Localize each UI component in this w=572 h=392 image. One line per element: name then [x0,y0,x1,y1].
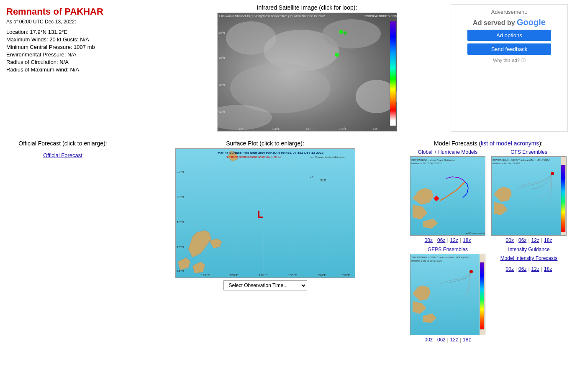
why-ad: Why this ad? ⓘ [493,57,526,64]
global-06z-link[interactable]: 06z [437,237,445,243]
svg-text:18°N: 18°N [218,56,225,59]
svg-text:29W PAKHAR - GEPS Tracks and M: 29W PAKHAR - GEPS Tracks and Min. MSLP (… [411,256,469,259]
intensity-time-links: 00z | 06z | 12z | 18z [506,265,552,272]
ad-served: Ad served by Google [473,18,546,27]
global-model-image[interactable]: 29W PAKHAR - Model Track Guidance Initia… [410,156,485,236]
gfs-00z-link[interactable]: 00z [506,237,514,243]
svg-text:126°E: 126°E [229,273,239,277]
as-of: As of 06:00 UTC Dec 13, 2022: [6,19,161,25]
global-00z-link[interactable]: 00z [425,237,433,243]
svg-point-10 [335,53,339,57]
env-pressure: Environmental Pressure: N/A [6,51,161,58]
intensity-06z-link[interactable]: 06z [518,266,526,272]
gfs-model-title: GFS Ensembles [510,149,547,155]
svg-text:20°N: 20°N [177,195,184,199]
svg-text:124°E: 124°E [201,273,210,277]
svg-text:128°E: 128°E [272,127,280,130]
svg-text:"L" marks storm location as of: "L" marks storm location as of 06Z Dec 1… [226,155,281,158]
gfs-model-links: 00z | 06z | 12z | 18z [506,237,552,243]
svg-point-8 [339,30,343,34]
geps-00z-link[interactable]: 00z [425,337,433,343]
svg-text:16°N: 16°N [218,84,225,87]
surface-panel: Surface Plot (click to enlarge): [126,140,405,343]
gfs-18z-link[interactable]: 18z [544,237,552,243]
svg-text:14°N: 14°N [177,269,184,273]
geps-06z-link[interactable]: 06z [437,337,445,343]
gfs-12z-link[interactable]: 12z [531,237,539,243]
geps-title: GEPS Ensembles [428,247,468,252]
svg-text:128°E: 128°E [259,273,268,277]
location: Location: 17.9°N 131.2°E [6,29,161,35]
official-forecast-link[interactable]: Official Forecast [43,152,82,158]
intensity-col: Intensity Guidance Model Intensity Forec… [490,247,568,343]
models-title: Model Forecasts (list of model acronyms)… [409,140,568,147]
satellite-image[interactable]: Himawari-8 Channel 13 (IR) Brightness Te… [217,13,397,132]
surface-image[interactable]: L 26 31P 22°N 20°N 18°N 16°N 14°N 124°E … [175,148,355,278]
observation-time-select[interactable]: Select Observation Time... [223,280,307,290]
acronyms-link[interactable]: list of model acronyms [481,140,539,147]
global-model-title: Global + Hurricane Models [418,149,477,155]
forecast-panel: Official Forecast (click to enlarge): Of… [4,140,121,343]
geps-image[interactable]: 29W PAKHAR - GEPS Tracks and Min. MSLP (… [410,254,485,335]
svg-text:Levi Cowan - tropicaltidbits.c: Levi Cowan - tropicaltidbits.com [310,156,345,158]
svg-point-74 [469,270,473,273]
info-panel: Remnants of PAKHAR As of 06:00 UTC Dec 1… [4,4,163,132]
svg-text:126°E: 126°E [239,127,246,130]
svg-text:14°N: 14°N [218,111,225,114]
svg-text:26: 26 [310,175,313,179]
svg-rect-23 [176,149,355,278]
geps-12z-link[interactable]: 12z [450,337,458,343]
global-12z-link[interactable]: 12z [450,237,458,243]
intensity-00z-link[interactable]: 00z [506,266,514,272]
ad-panel: Advertisement: Ad served by Google Ad op… [451,4,568,132]
svg-point-66 [551,172,554,175]
svg-point-9 [344,31,347,35]
satellite-panel: Infrared Satellite Image (click for loop… [167,4,446,132]
model-row-top: Global + Hurricane Models [409,149,568,243]
global-model-col: Global + Hurricane Models [409,149,487,243]
gfs-06z-link[interactable]: 06z [518,237,526,243]
svg-text:20°N: 20°N [218,31,225,34]
svg-text:L: L [257,209,264,220]
gfs-model-image[interactable]: 29W PAKHAR - GEFS Tracks and Min. MSLP (… [491,156,567,236]
svg-text:Marine Surface Plot Near 29W P: Marine Surface Plot Near 29W PAKHAR 05:4… [218,151,323,155]
page-title: Remnants of PAKHAR [6,6,161,17]
svg-text:Initialized at 06z Dec 13 2022: Initialized at 06z Dec 13 2022 [492,162,520,165]
model-row-bottom: GEPS Ensembles [409,247,568,343]
geps-18z-link[interactable]: 18z [463,337,471,343]
svg-text:TROPICALTIDBITS.COM: TROPICALTIDBITS.COM [364,15,397,18]
svg-text:22°N: 22°N [177,170,184,174]
svg-text:132°E: 132°E [339,127,347,130]
max-winds: Maximum Winds: 20 kt Gusts: N/A [6,36,161,43]
svg-text:31P: 31P [320,178,326,182]
intensity-model-forecasts-link[interactable]: Model Intensity Forecasts [500,255,558,261]
models-panel: Model Forecasts (list of model acronyms)… [409,140,568,343]
svg-text:29W PAKHAR - Model Track Guida: 29W PAKHAR - Model Track Guidance [411,159,455,161]
intensity-12z-link[interactable]: 12z [531,266,539,272]
ad-options-button[interactable]: Ad options [467,30,551,41]
svg-text:136°E: 136°E [341,273,350,277]
geps-links: 00z | 06z | 12z | 18z [425,337,471,343]
svg-rect-67 [561,165,565,232]
forecast-title: Official Forecast (click to enlarge): [18,140,107,147]
intensity-18z-link[interactable]: 18z [544,266,552,272]
send-feedback-button[interactable]: Send feedback [467,43,551,55]
intensity-model-link-row: Model Intensity Forecasts [500,255,558,261]
svg-text:134°E: 134°E [372,127,380,130]
svg-text:16°N: 16°N [177,245,184,249]
svg-text:130°E: 130°E [305,127,313,130]
svg-text:Initialized at 06z 06 Dec 13 2: Initialized at 06z 06 Dec 13 2022 [411,260,442,262]
satellite-title[interactable]: Infrared Satellite Image (click for loop… [257,4,357,11]
svg-rect-13 [390,21,396,126]
svg-point-4 [322,19,381,48]
global-18z-link[interactable]: 18z [463,237,471,243]
svg-text:134°E: 134°E [317,273,326,277]
svg-text:29W PAKHAR - GEFS Tracks and M: 29W PAKHAR - GEFS Tracks and Min. MSLP (… [492,159,550,161]
svg-text:Levi Cowan - tropicaltidbits.c: Levi Cowan - tropicaltidbits.com [465,232,485,234]
gfs-model-col: GFS Ensembles [490,149,568,243]
svg-rect-75 [480,262,484,329]
min-pressure: Minimum Central Pressure: 1007 mb [6,44,161,50]
surface-title[interactable]: Surface Plot (click to enlarge): [226,140,304,147]
svg-text:Himawari-8 Channel 13 (IR) Bri: Himawari-8 Channel 13 (IR) Brightness Te… [219,15,325,18]
svg-text:18°N: 18°N [177,220,184,224]
